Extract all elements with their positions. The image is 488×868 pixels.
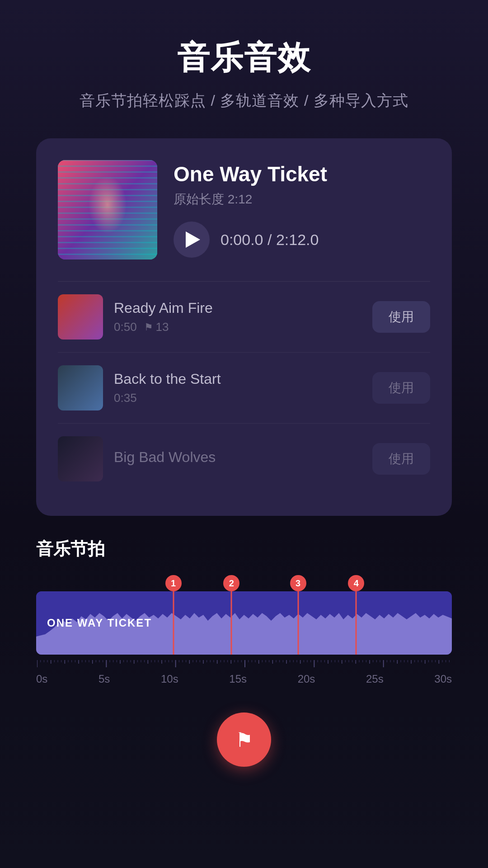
track-item: Ready Aim Fire 0:50 ⚑ 13 使用 bbox=[58, 282, 430, 353]
timeline: 0s 5s 10s 15s 20s 25s 30s bbox=[36, 655, 452, 685]
player-controls: 0:00.0 / 2:12.0 bbox=[174, 222, 430, 258]
now-playing-section: One Way Ticket 原始长度 2:12 0:00.0 / 2:12.0 bbox=[58, 160, 430, 259]
track-name-3: Big Bad Wolves bbox=[114, 449, 361, 466]
time-display: 0:00.0 / 2:12.0 bbox=[221, 231, 319, 249]
track-info-row-1: 0:50 ⚑ 13 bbox=[114, 320, 361, 334]
beat-marker-dots-row: 1 2 3 4 bbox=[36, 575, 452, 591]
total-time: 2:12.0 bbox=[276, 231, 319, 248]
track-thumb-2 bbox=[58, 365, 103, 410]
beat-section: 音乐节拍 1 2 3 4 bbox=[36, 538, 452, 685]
music-card: One Way Ticket 原始长度 2:12 0:00.0 / 2:12.0 bbox=[36, 138, 452, 516]
waveform-label: ONE WAY TICKET bbox=[47, 617, 152, 629]
timeline-label-20s: 20s bbox=[298, 673, 315, 685]
now-playing-title: One Way Ticket bbox=[174, 162, 430, 186]
page-title: 音乐音效 bbox=[177, 36, 311, 80]
timeline-label-15s: 15s bbox=[229, 673, 247, 685]
timeline-label-30s: 30s bbox=[434, 673, 452, 685]
track-name-2: Back to the Start bbox=[114, 371, 361, 387]
track-flags-1: ⚑ 13 bbox=[144, 320, 169, 334]
flag-icon: ⚑ bbox=[235, 728, 253, 751]
track-list: Ready Aim Fire 0:50 ⚑ 13 使用 Back to the … bbox=[58, 282, 430, 494]
play-button[interactable] bbox=[174, 222, 210, 258]
track-thumb-1 bbox=[58, 294, 103, 340]
flag-icon-1: ⚑ bbox=[144, 321, 153, 333]
now-playing-info: One Way Ticket 原始长度 2:12 0:00.0 / 2:12.0 bbox=[174, 162, 430, 258]
beat-marker-dot-2: 2 bbox=[223, 575, 239, 591]
timeline-label-0s: 0s bbox=[36, 673, 47, 685]
waveform[interactable]: ONE WAY TICKET bbox=[36, 591, 452, 655]
page-subtitle: 音乐节拍轻松踩点 / 多轨道音效 / 多种导入方式 bbox=[80, 90, 408, 111]
now-playing-duration-label: 原始长度 2:12 bbox=[174, 191, 430, 208]
use-button-2[interactable]: 使用 bbox=[372, 372, 430, 404]
track-meta-2: Back to the Start 0:35 bbox=[114, 371, 361, 405]
use-button-1[interactable]: 使用 bbox=[372, 301, 430, 333]
track-time-2: 0:35 bbox=[114, 391, 137, 405]
track-info-row-2: 0:35 bbox=[114, 391, 361, 405]
tick-row bbox=[36, 660, 452, 673]
beat-marker-dot-4: 4 bbox=[348, 575, 364, 591]
track-item-2: Back to the Start 0:35 使用 bbox=[58, 353, 430, 424]
track-time-1: 0:50 bbox=[114, 320, 137, 334]
timeline-label-25s: 25s bbox=[366, 673, 384, 685]
current-time: 0:00.0 bbox=[221, 231, 263, 248]
track-item-3: Big Bad Wolves 使用 bbox=[58, 424, 430, 494]
track-meta-1: Ready Aim Fire 0:50 ⚑ 13 bbox=[114, 300, 361, 334]
flag-count-1: 13 bbox=[156, 320, 169, 334]
album-art bbox=[58, 160, 157, 259]
beat-section-title: 音乐节拍 bbox=[36, 538, 452, 561]
tick-svg bbox=[37, 660, 451, 673]
use-button-3[interactable]: 使用 bbox=[372, 443, 430, 475]
track-name-1: Ready Aim Fire bbox=[114, 300, 361, 316]
beat-marker-dot-3: 3 bbox=[290, 575, 306, 591]
timeline-label-10s: 10s bbox=[161, 673, 178, 685]
add-beat-marker-button[interactable]: ⚑ bbox=[217, 712, 271, 767]
track-thumb-3 bbox=[58, 436, 103, 481]
track-meta-3: Big Bad Wolves bbox=[114, 449, 361, 469]
time-sep: / bbox=[263, 231, 276, 248]
waveform-wrapper: 1 2 3 4 ONE WAY TICKET bbox=[36, 575, 452, 655]
play-icon bbox=[186, 231, 200, 248]
timeline-labels: 0s 5s 10s 15s 20s 25s 30s bbox=[36, 673, 452, 685]
timeline-label-5s: 5s bbox=[99, 673, 110, 685]
beat-marker-dot-1: 1 bbox=[165, 575, 182, 591]
